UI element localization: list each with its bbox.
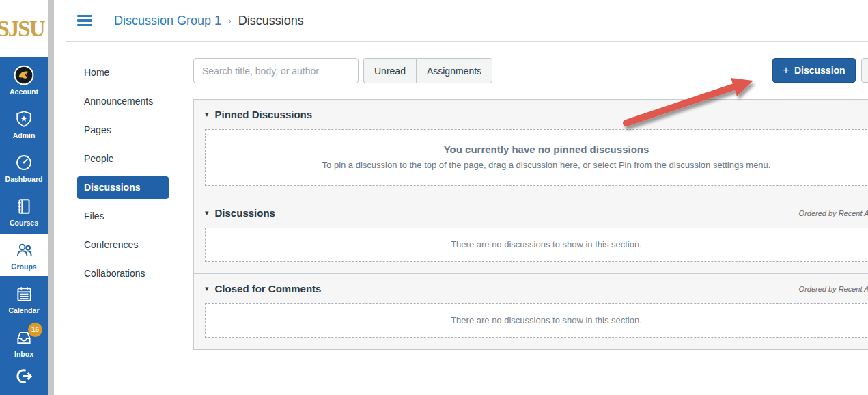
course-nav-pages[interactable]: Pages xyxy=(77,119,186,141)
closed-empty-dropzone[interactable]: There are no discussions to show in this… xyxy=(205,303,868,338)
course-nav-announcements[interactable]: Announcements xyxy=(77,90,186,113)
page-header: Discussion Group 1 › Discussions xyxy=(66,0,868,42)
course-nav-discussions[interactable]: Discussions xyxy=(77,176,169,199)
discussions-empty-dropzone[interactable]: There are no discussions to show in this… xyxy=(205,228,868,262)
filter-button-group: Unread Assignments xyxy=(363,58,492,83)
shield-star-icon xyxy=(14,109,34,129)
collapse-triangle-icon[interactable]: ▾ xyxy=(205,110,209,119)
account-avatar xyxy=(14,65,34,85)
pinned-discussions-section: ▾ Pinned Discussions You currently have … xyxy=(194,100,868,198)
breadcrumb: Discussion Group 1 › Discussions xyxy=(114,14,304,28)
sidebar-item-admin[interactable]: Admin xyxy=(0,103,48,145)
sidebar-item-label: Inbox xyxy=(14,350,33,358)
course-nav-collaborations[interactable]: Collaborations xyxy=(77,262,186,285)
sidebar-item-label: Admin xyxy=(13,131,36,139)
sidebar-item-label: Calendar xyxy=(9,306,40,314)
pinned-empty-title: You currently have no pinned discussions xyxy=(212,144,868,155)
hamburger-menu-icon[interactable] xyxy=(77,15,92,27)
collapse-triangle-icon[interactable]: ▾ xyxy=(205,208,209,217)
collapse-triangle-icon[interactable]: ▾ xyxy=(205,284,209,293)
discussions-main: Unread Assignments + Discussion xyxy=(193,58,868,350)
calendar-icon xyxy=(14,284,34,304)
pinned-empty-dropzone[interactable]: You currently have no pinned discussions… xyxy=(205,129,868,186)
inbox-icon: 16 xyxy=(14,327,34,348)
global-sidebar: SJSU Account Admin xyxy=(0,0,48,395)
discussions-section: ▾ Discussions Ordered by Recent Activity… xyxy=(194,198,868,273)
assignments-filter-button[interactable]: Assignments xyxy=(416,58,492,83)
sidebar-item-inbox[interactable]: 16 Inbox xyxy=(0,321,48,364)
global-nav: Account Admin Dashboard xyxy=(0,57,48,395)
sidebar-item-courses[interactable]: Courses xyxy=(0,190,48,232)
course-navigation: Home Announcements Pages People Discussi… xyxy=(77,62,186,291)
course-nav-conferences[interactable]: Conferences xyxy=(77,234,186,256)
logout-arrow-icon xyxy=(15,367,33,388)
window-divider xyxy=(48,0,54,395)
discussions-toolbar: Unread Assignments + Discussion xyxy=(193,58,868,83)
search-input[interactable] xyxy=(193,58,359,83)
breadcrumb-current: Discussions xyxy=(238,14,304,28)
toolbar-actions: + Discussion xyxy=(772,58,868,83)
breadcrumb-course-link[interactable]: Discussion Group 1 xyxy=(114,14,221,28)
ordered-by-label: Ordered by Recent Activity xyxy=(799,285,868,293)
sjsu-logo-text: SJSU xyxy=(0,16,44,42)
breadcrumb-separator: › xyxy=(228,15,232,26)
section-title: Pinned Discussions xyxy=(215,109,313,120)
logout-button[interactable] xyxy=(0,364,48,391)
inbox-unread-badge: 16 xyxy=(28,323,42,337)
groups-icon xyxy=(14,240,34,260)
sjsu-logo[interactable]: SJSU xyxy=(0,0,48,57)
add-discussion-button[interactable]: + Discussion xyxy=(772,58,856,83)
sidebar-item-label: Account xyxy=(10,87,38,96)
section-title: Discussions xyxy=(215,207,275,219)
sidebar-item-account[interactable]: Account xyxy=(0,59,48,101)
plus-icon: + xyxy=(783,64,789,77)
course-nav-people[interactable]: People xyxy=(77,148,186,170)
section-title: Closed for Comments xyxy=(215,283,322,295)
gauge-icon xyxy=(14,152,34,173)
sidebar-item-label: Groups xyxy=(11,262,36,271)
discussions-empty-text: There are no discussions to show in this… xyxy=(212,239,868,249)
sidebar-item-label: Courses xyxy=(10,219,38,227)
sidebar-item-label: Dashboard xyxy=(5,175,43,183)
sidebar-item-groups[interactable]: Groups xyxy=(0,234,48,276)
closed-empty-text: There are no discussions to show in this… xyxy=(212,315,868,325)
discussions-panel: ▾ Pinned Discussions You currently have … xyxy=(193,99,868,350)
sidebar-item-dashboard[interactable]: Dashboard xyxy=(0,146,48,189)
sidebar-item-calendar[interactable]: Calendar xyxy=(0,277,48,320)
ordered-by-label: Ordered by Recent Activity xyxy=(799,209,868,217)
course-nav-files[interactable]: Files xyxy=(77,205,186,228)
pinned-empty-hint: To pin a discussion to the top of the pa… xyxy=(212,160,868,170)
settings-button[interactable] xyxy=(861,58,868,83)
book-icon xyxy=(14,196,34,217)
unread-filter-button[interactable]: Unread xyxy=(363,58,416,83)
closed-for-comments-section: ▾ Closed for Comments Ordered by Recent … xyxy=(194,273,868,349)
course-nav-home[interactable]: Home xyxy=(77,62,186,84)
